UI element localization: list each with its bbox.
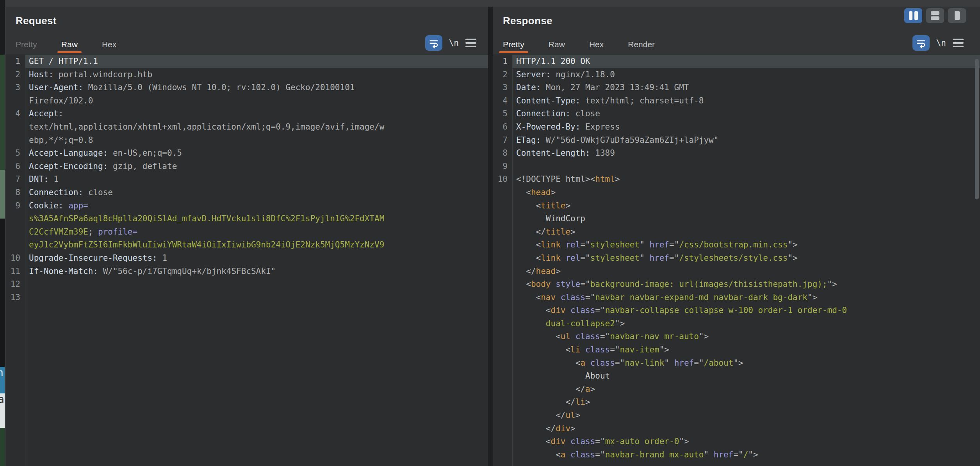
editor-row[interactable]: 4Accept:: [5, 107, 488, 121]
line-number: 3: [5, 81, 25, 94]
editor-row[interactable]: Firefox/102.0: [5, 94, 488, 108]
sliver-light-green: [0, 170, 5, 219]
sliver-dark-mid: [0, 219, 5, 367]
editor-row[interactable]: WindCorp: [493, 212, 980, 226]
line-number: [493, 357, 512, 370]
panel-splitter[interactable]: [488, 7, 493, 466]
editor-row[interactable]: 9Cookie: app=: [5, 199, 488, 213]
editor-row[interactable]: </li>: [493, 396, 980, 409]
editor-row[interactable]: 6X-Powered-By: Express: [493, 121, 980, 134]
editor-row[interactable]: 5Connection: close: [493, 107, 980, 121]
editor-row[interactable]: 13: [5, 291, 488, 304]
line-number: [493, 252, 512, 265]
sliver-green-bottom: [0, 428, 5, 466]
line-number: [493, 396, 512, 409]
editor-row[interactable]: <a class="navbar-brand mx-auto" href="/"…: [493, 448, 980, 462]
columns-view-icon[interactable]: [904, 8, 922, 23]
editor-row[interactable]: text/html,application/xhtml+xml,applicat…: [5, 121, 488, 134]
editor-row[interactable]: <a class="nav-link" href="/about">: [493, 357, 980, 370]
editor-row[interactable]: About: [493, 370, 980, 383]
line-number: [493, 304, 512, 317]
line-number: 6: [493, 121, 512, 134]
editor-row[interactable]: 7ETag: W/"56d-OWkjG7uDfa59aZam6ZIj+laPjy…: [493, 134, 980, 147]
request-tab-pretty[interactable]: Pretty: [16, 38, 37, 53]
editor-row[interactable]: 8Connection: close: [5, 186, 488, 199]
editor-row[interactable]: 3User-Agent: Mozilla/5.0 (Windows NT 10.…: [5, 81, 488, 94]
response-tab-raw[interactable]: Raw: [549, 38, 565, 53]
editor-row[interactable]: <div class="navbar-collapse collapse w-1…: [493, 304, 980, 317]
editor-row[interactable]: <link rel="stylesheet" href="/css/bootst…: [493, 238, 980, 252]
editor-row[interactable]: 9: [493, 160, 980, 173]
line-number: 11: [5, 265, 25, 278]
editor-row[interactable]: ebp,*/*;q=0.8: [5, 134, 488, 147]
editor-row[interactable]: eyJ1c2VybmFtZSI6ImFkbWluIiwiYWRtaW4iOiIx…: [5, 238, 488, 252]
request-tab-hex[interactable]: Hex: [102, 38, 116, 53]
line-number: [5, 121, 25, 134]
response-tab-pretty[interactable]: Pretty: [503, 38, 524, 53]
line-number: [493, 278, 512, 291]
editor-row[interactable]: <nav class="navbar navbar-expand-md navb…: [493, 291, 980, 304]
editor-row[interactable]: </head>: [493, 265, 980, 278]
editor-row[interactable]: 11If-None-Match: W/"56c-p/i7GTqmqUq+k/bj…: [5, 265, 488, 278]
editor-row[interactable]: </a>: [493, 383, 980, 396]
request-tab-raw[interactable]: Raw: [61, 38, 78, 53]
request-editor[interactable]: 1GET / HTTP/1.12Host: portal.windcorp.ht…: [5, 55, 488, 466]
editor-row[interactable]: <body style="background-image: url(image…: [493, 278, 980, 291]
editor-row[interactable]: 8Content-Length: 1389: [493, 147, 980, 160]
editor-row[interactable]: <link rel="stylesheet" href="/stylesheet…: [493, 252, 980, 265]
editor-row[interactable]: 12: [5, 278, 488, 291]
line-number: [5, 134, 25, 147]
line-number: 9: [493, 160, 512, 173]
editor-row[interactable]: 6Accept-Encoding: gzip, deflate: [5, 160, 488, 173]
editor-row[interactable]: <title>: [493, 199, 980, 213]
word-wrap-icon[interactable]: [912, 35, 930, 51]
single-view-icon[interactable]: [948, 8, 966, 23]
editor-row[interactable]: dual-collapse2">: [493, 317, 980, 331]
editor-row[interactable]: </ul>: [493, 409, 980, 422]
response-tab-render[interactable]: Render: [628, 38, 655, 53]
editor-row[interactable]: s%3A5AfnSPa6aql8cHplla20QiSlAd_mfavD.HdT…: [5, 212, 488, 226]
scrollbar-thumb[interactable]: [975, 59, 979, 199]
editor-row[interactable]: <ul class="navbar-nav mr-auto">: [493, 330, 980, 343]
editor-row[interactable]: 4Content-Type: text/html; charset=utf-8: [493, 94, 980, 108]
editor-row[interactable]: 1GET / HTTP/1.1: [5, 55, 488, 68]
editor-row[interactable]: 2Host: portal.windcorp.htb: [5, 68, 488, 82]
line-number: [493, 448, 512, 462]
editor-row[interactable]: 3Date: Mon, 27 Mar 2023 13:49:41 GMT: [493, 81, 980, 94]
gutter-separator: [25, 55, 25, 466]
request-editor-controls: \n: [425, 35, 476, 51]
word-wrap-glyph: [428, 37, 439, 48]
editor-row[interactable]: 10<!DOCTYPE html><html>: [493, 173, 980, 186]
editor-row[interactable]: <div class="mx-auto order-0">: [493, 435, 980, 448]
line-number: 4: [493, 94, 512, 108]
background-window-sliver: n a: [0, 0, 5, 466]
line-number: 1: [5, 55, 25, 68]
line-number: [493, 343, 512, 357]
editor-row[interactable]: 5Accept-Language: en-US,en;q=0.5: [5, 147, 488, 160]
editor-row[interactable]: 1HTTP/1.1 200 OK: [493, 55, 980, 68]
response-editor[interactable]: 1HTTP/1.1 200 OK2Server: nginx/1.18.03Da…: [493, 55, 980, 466]
editor-menu-icon[interactable]: [953, 39, 964, 47]
editor-row[interactable]: </title>: [493, 226, 980, 239]
word-wrap-icon[interactable]: [425, 35, 442, 51]
line-number: 8: [493, 147, 512, 160]
newline-toggle-icon[interactable]: \n: [936, 38, 946, 48]
request-panel-title: Request: [16, 15, 57, 27]
line-number: 1: [493, 55, 512, 68]
editor-row[interactable]: <li class="nav-item">: [493, 343, 980, 357]
editor-row[interactable]: <head>: [493, 186, 980, 199]
editor-row[interactable]: C2CcfVMZm39E; profile=: [5, 226, 488, 239]
line-number: 4: [5, 107, 25, 121]
editor-row[interactable]: 2Server: nginx/1.18.0: [493, 68, 980, 82]
editor-row[interactable]: 10Upgrade-Insecure-Requests: 1: [5, 252, 488, 265]
line-number: 2: [5, 68, 25, 82]
line-number: 5: [493, 107, 512, 121]
editor-row[interactable]: 7DNT: 1: [5, 173, 488, 186]
response-tab-hex[interactable]: Hex: [589, 38, 604, 53]
rows-view-icon[interactable]: [926, 8, 944, 23]
editor-row[interactable]: </div>: [493, 422, 980, 436]
editor-menu-icon[interactable]: [465, 39, 476, 47]
newline-toggle-icon[interactable]: \n: [449, 38, 459, 48]
line-number: [493, 383, 512, 396]
line-number: [493, 226, 512, 239]
